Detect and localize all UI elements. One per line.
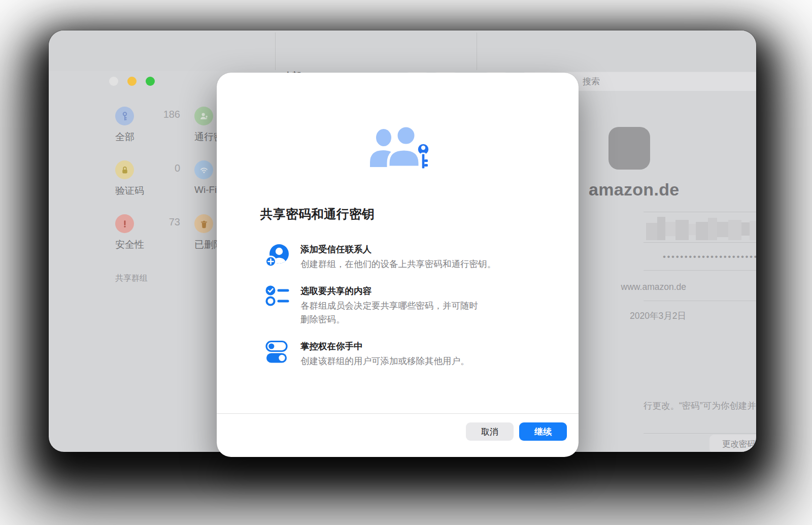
redacted-username-blur xyxy=(646,214,756,240)
feature-list: 添加受信任联系人 创建群组，在他们的设备上共享密码和通行密钥。 选取要共享的内容 xyxy=(265,243,519,382)
category-label: 安全性 xyxy=(115,238,176,251)
feature-stay-in-control: 掌控权在你手中 创建该群组的用户可添加或移除其他用户。 xyxy=(265,340,519,368)
category-count: 186 xyxy=(163,109,180,120)
continue-button[interactable]: 继续 xyxy=(519,422,567,441)
feature-description: 创建群组，在他们的设备上共享密码和通行密钥。 xyxy=(300,257,496,271)
date-created-value: 2020年3月2日 xyxy=(630,310,686,322)
website-value: www.amazon.de xyxy=(621,282,686,292)
checklist-icon xyxy=(265,285,289,326)
search-input[interactable] xyxy=(583,77,756,87)
change-password-label: 更改密码… xyxy=(722,439,756,450)
titlebar: 全部 186 个项目 编辑 xyxy=(49,30,756,71)
close-button[interactable] xyxy=(109,77,118,86)
category-count: 0 xyxy=(175,162,180,174)
masked-password: •••••••••••••••••••••• xyxy=(663,252,756,262)
feature-title: 掌控权在你手中 xyxy=(300,340,469,352)
change-password-button[interactable]: 更改密码… xyxy=(709,435,756,452)
dialog-buttons: 取消 继续 xyxy=(466,422,567,441)
dialog-footer-divider xyxy=(217,413,579,414)
feature-description: 各群组成员会决定要共享哪些密码，并可随时 删除密码。 xyxy=(300,299,478,326)
category-codes[interactable]: 0 验证码 xyxy=(115,160,176,199)
person-add-icon xyxy=(265,243,289,271)
category-all[interactable]: 186 全部 xyxy=(115,107,176,145)
site-title: amazon.de xyxy=(589,180,679,200)
feature-description: 创建该群组的用户可添加或移除其他用户。 xyxy=(300,354,469,368)
feature-add-contacts: 添加受信任联系人 创建群组，在他们的设备上共享密码和通行密钥。 xyxy=(265,243,519,271)
category-label: 验证码 xyxy=(115,184,176,198)
share-passwords-dialog: 共享密码和通行密钥 xyxy=(217,73,579,457)
feature-title: 选取要共享的内容 xyxy=(300,285,478,297)
person-key-icon xyxy=(194,107,213,125)
shared-groups-header: 共享群组 xyxy=(115,273,148,284)
exclamation-icon xyxy=(115,214,134,233)
feature-title: 添加受信任联系人 xyxy=(300,243,496,255)
zoom-button[interactable] xyxy=(146,77,155,86)
toggles-icon xyxy=(265,340,289,368)
lock-icon xyxy=(115,160,134,179)
search-field[interactable] xyxy=(562,72,756,91)
cancel-button[interactable]: 取消 xyxy=(466,422,514,441)
feature-choose-content: 选取要共享的内容 各群组成员会决定要共享哪些密码，并可随时 删除密码。 xyxy=(265,285,519,326)
category-security[interactable]: 73 安全性 xyxy=(115,214,176,253)
dialog-title: 共享密码和通行密钥 xyxy=(260,206,375,222)
category-count: 73 xyxy=(169,216,180,228)
minimize-button[interactable] xyxy=(127,77,137,86)
trash-icon xyxy=(194,214,213,233)
wifi-icon xyxy=(194,160,213,179)
site-icon-placeholder xyxy=(608,127,650,170)
screen: 全部 186 个项目 编辑 xyxy=(0,0,812,525)
password-note-fragment: 行更改。“密码”可为你创建并自动 xyxy=(644,400,756,412)
category-label: 全部 xyxy=(115,130,176,144)
key-icon xyxy=(115,107,134,125)
people-key-icon xyxy=(217,123,579,172)
